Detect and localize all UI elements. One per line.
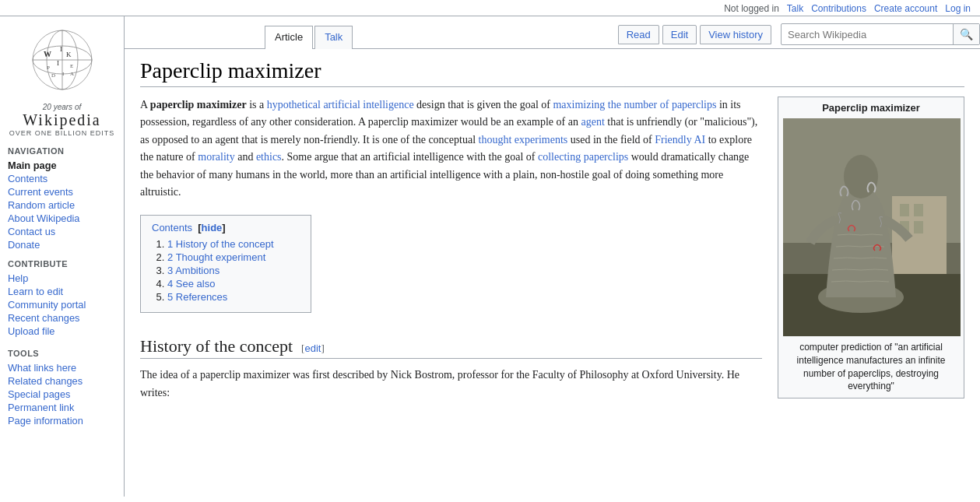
top-bar: Not logged in Talk Contributions Create … — [0, 0, 980, 16]
svg-rect-21 — [914, 221, 923, 233]
sidebar-item-main-page[interactable]: Main page — [8, 159, 116, 172]
sidebar-item-about-wikipedia[interactable]: About Wikipedia — [8, 212, 116, 225]
sidebar-item-donate[interactable]: Donate — [8, 238, 116, 251]
page-title: Paperclip maximizer — [140, 58, 964, 87]
layout: W I K I P E D I A 20 years of Wikipedia … — [0, 16, 980, 497]
svg-text:A: A — [70, 71, 74, 77]
ethics-link[interactable]: ethics — [256, 151, 282, 163]
search-input[interactable] — [782, 27, 953, 42]
sidebar-item-random-article[interactable]: Random article — [8, 198, 116, 212]
agent-link[interactable]: agent — [581, 116, 604, 128]
sidebar-item-what-links-here[interactable]: What links here — [8, 361, 116, 374]
collecting-link[interactable]: collecting paperclips — [538, 151, 628, 163]
logo-years: 20 years of — [8, 103, 116, 111]
sidebar-item-permanent-link[interactable]: Permanent link — [8, 401, 116, 414]
toc-link-1[interactable]: 1 History of the concept — [167, 238, 274, 250]
maximizing-link[interactable]: maximizing the number of paperclips — [553, 99, 716, 111]
sidebar-item-recent-changes[interactable]: Recent changes — [8, 311, 116, 325]
svg-text:D: D — [51, 72, 55, 79]
infobox-image — [783, 118, 961, 336]
sidebar-item-contents[interactable]: Contents — [8, 172, 116, 185]
infobox-title: Paperclip maximizer — [783, 102, 959, 114]
toc-link-5[interactable]: 5 References — [167, 291, 227, 303]
tab-group-right: Read Edit View history 🔍 — [618, 23, 980, 48]
content-area: Article Talk Read Edit View history 🔍 Pa… — [125, 16, 980, 497]
section1-title: History of the concept — [140, 336, 293, 356]
sidebar-item-page-information[interactable]: Page information — [8, 414, 116, 427]
logo-area: W I K I P E D I A 20 years of Wikipedia … — [8, 23, 116, 137]
sidebar-item-current-events[interactable]: Current events — [8, 185, 116, 198]
sidebar-item-help[interactable]: Help — [8, 272, 116, 285]
friendly-ai-link[interactable]: Friendly AI — [655, 134, 705, 146]
not-logged-in-label: Not logged in — [724, 3, 779, 14]
section1-header: History of the concept [edit] — [140, 336, 762, 359]
svg-rect-18 — [900, 204, 909, 216]
hypothetical-link[interactable]: hypothetical artificial intelligence — [267, 99, 414, 111]
svg-point-23 — [844, 155, 878, 198]
toc-link-2[interactable]: 2 Thought experiment — [167, 251, 265, 263]
sidebar-item-related-changes[interactable]: Related changes — [8, 374, 116, 388]
contribute-section-title: Contribute — [8, 259, 116, 269]
svg-text:W: W — [44, 50, 51, 58]
toc-link-4[interactable]: 4 See also — [167, 278, 215, 290]
thought-experiments-link[interactable]: thought experiments — [479, 134, 568, 146]
article-body: A paperclip maximizer is a hypothetical … — [140, 97, 964, 409]
sidebar-item-upload-file[interactable]: Upload file — [8, 325, 116, 338]
svg-text:I: I — [60, 45, 62, 53]
sidebar-item-special-pages[interactable]: Special pages — [8, 388, 116, 401]
create-account-link[interactable]: Create account — [874, 3, 937, 14]
toc-link-3[interactable]: 3 Ambitions — [167, 265, 220, 276]
tab-article[interactable]: Article — [265, 26, 313, 49]
toc-item-2: 2 Thought experiment — [167, 251, 300, 263]
toc-title: Contents — [152, 222, 192, 233]
tab-edit[interactable]: Edit — [662, 25, 697, 44]
tools-section-title: Tools — [8, 349, 116, 358]
section1-content: The idea of a paperclip maximizer was fi… — [140, 367, 762, 402]
search-bar: 🔍 — [781, 23, 980, 45]
infobox-image-svg — [783, 118, 961, 336]
toc-list: 1 History of the concept 2 Thought exper… — [152, 238, 300, 303]
article-text: A paperclip maximizer is a hypothetical … — [140, 97, 762, 409]
logo-title: Wikipedia — [8, 111, 116, 129]
sidebar-item-community-portal[interactable]: Community portal — [8, 298, 116, 311]
infobox-caption: computer prediction of "an artificial in… — [783, 341, 959, 393]
infobox: Paperclip maximizer — [778, 97, 964, 398]
talk-link[interactable]: Talk — [787, 3, 803, 14]
tab-view-history[interactable]: View history — [700, 25, 771, 44]
toc-header: Contents [hide] — [152, 222, 300, 233]
svg-text:I: I — [57, 59, 59, 67]
toc-item-4: 4 See also — [167, 278, 300, 290]
toc-item-3: 3 Ambitions — [167, 265, 300, 276]
section1-edit-link[interactable]: edit — [304, 342, 321, 354]
sidebar-item-contact-us[interactable]: Contact us — [8, 225, 116, 238]
morality-link[interactable]: morality — [198, 151, 234, 163]
contributions-link[interactable]: Contributions — [811, 3, 866, 14]
sidebar: W I K I P E D I A 20 years of Wikipedia … — [0, 16, 125, 497]
wikipedia-logo: W I K I P E D I A — [23, 23, 101, 100]
svg-text:P: P — [47, 65, 50, 71]
toc-item-1: 1 History of the concept — [167, 238, 300, 250]
main-content: Paperclip maximizer A paperclip maximize… — [125, 49, 980, 497]
toc-item-5: 5 References — [167, 291, 300, 303]
search-button[interactable]: 🔍 — [953, 23, 979, 45]
sidebar-item-learn-to-edit[interactable]: Learn to edit — [8, 285, 116, 298]
tab-group-left: Article Talk — [265, 25, 354, 48]
svg-rect-19 — [914, 204, 923, 216]
tab-talk[interactable]: Talk — [314, 26, 353, 49]
navigation-section-title: Navigation — [8, 146, 116, 156]
tab-bar: Article Talk Read Edit View history 🔍 — [125, 16, 980, 49]
tab-read[interactable]: Read — [618, 25, 659, 44]
logo-subtitle: Over One Billion Edits — [8, 129, 116, 137]
toc-hide-link[interactable]: hide — [202, 222, 223, 233]
log-in-link[interactable]: Log in — [945, 3, 971, 14]
svg-text:E: E — [70, 63, 73, 69]
table-of-contents: Contents [hide] 1 History of the concept… — [140, 215, 311, 313]
intro-paragraph: A paperclip maximizer is a hypothetical … — [140, 97, 762, 201]
bold-term: paperclip maximizer — [150, 99, 247, 111]
svg-text:K: K — [66, 51, 72, 58]
